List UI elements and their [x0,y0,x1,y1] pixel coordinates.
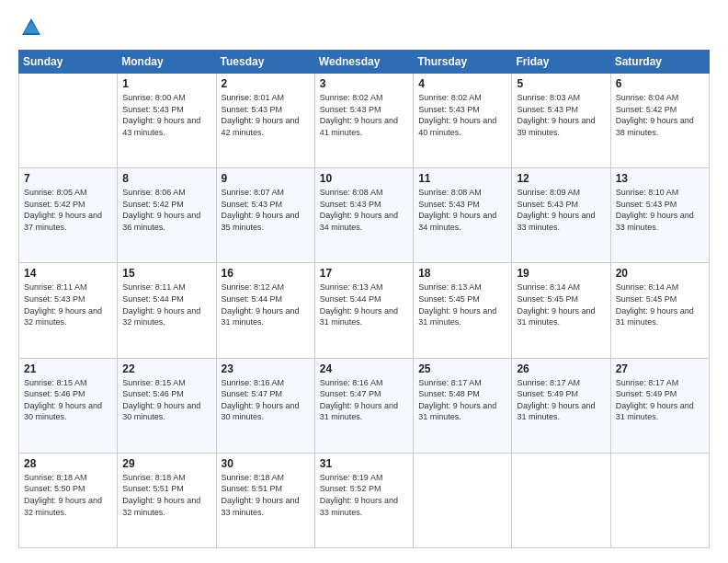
day-number: 8 [122,172,210,185]
day-number: 16 [222,267,310,280]
calendar-cell [414,453,512,547]
cell-info: Sunrise: 8:16 AMSunset: 5:47 PMDaylight:… [222,377,310,423]
day-number: 24 [320,362,408,375]
cell-info: Sunrise: 8:06 AMSunset: 5:42 PMDaylight:… [122,187,210,233]
day-number: 28 [24,457,112,470]
weekday-thursday: Thursday [414,51,512,74]
day-number: 13 [616,172,704,185]
calendar-cell: 18Sunrise: 8:13 AMSunset: 5:45 PMDayligh… [414,263,512,358]
day-number: 6 [616,77,704,90]
weekday-wednesday: Wednesday [314,51,413,74]
calendar-cell: 27Sunrise: 8:17 AMSunset: 5:49 PMDayligh… [610,358,709,453]
calendar-cell: 24Sunrise: 8:16 AMSunset: 5:47 PMDayligh… [314,358,413,453]
calendar-cell: 15Sunrise: 8:11 AMSunset: 5:44 PMDayligh… [118,263,216,358]
cell-info: Sunrise: 8:05 AMSunset: 5:42 PMDaylight:… [24,187,112,233]
day-number: 20 [616,267,704,280]
cell-info: Sunrise: 8:17 AMSunset: 5:48 PMDaylight:… [418,377,506,423]
day-number: 14 [24,267,112,280]
weekday-tuesday: Tuesday [216,51,314,74]
cell-info: Sunrise: 8:02 AMSunset: 5:43 PMDaylight:… [320,92,408,138]
calendar-cell: 9Sunrise: 8:07 AMSunset: 5:43 PMDaylight… [216,168,314,263]
day-number: 23 [222,362,310,375]
calendar-table: SundayMondayTuesdayWednesdayThursdayFrid… [18,50,710,548]
day-number: 10 [320,172,408,185]
day-number: 25 [418,362,506,375]
day-number: 18 [418,267,506,280]
cell-info: Sunrise: 8:18 AMSunset: 5:51 PMDaylight:… [122,472,210,518]
calendar-cell: 6Sunrise: 8:04 AMSunset: 5:42 PMDaylight… [610,74,709,168]
calendar-cell: 26Sunrise: 8:17 AMSunset: 5:49 PMDayligh… [512,358,610,453]
day-number: 2 [222,77,310,90]
weekday-friday: Friday [512,51,610,74]
calendar-cell: 13Sunrise: 8:10 AMSunset: 5:43 PMDayligh… [610,168,709,263]
week-row-2: 7Sunrise: 8:05 AMSunset: 5:42 PMDaylight… [19,168,710,263]
day-number: 26 [517,362,605,375]
logo-icon [18,15,44,40]
calendar-cell: 4Sunrise: 8:02 AMSunset: 5:43 PMDaylight… [414,74,512,168]
cell-info: Sunrise: 8:13 AMSunset: 5:45 PMDaylight:… [418,282,506,327]
week-row-3: 14Sunrise: 8:11 AMSunset: 5:43 PMDayligh… [19,263,710,358]
day-number: 19 [517,267,605,280]
day-number: 17 [320,267,408,280]
cell-info: Sunrise: 8:12 AMSunset: 5:44 PMDaylight:… [222,282,310,327]
weekday-header-row: SundayMondayTuesdayWednesdayThursdayFrid… [19,51,710,74]
cell-info: Sunrise: 8:18 AMSunset: 5:51 PMDaylight:… [222,472,310,518]
weekday-sunday: Sunday [19,51,118,74]
calendar-cell: 11Sunrise: 8:08 AMSunset: 5:43 PMDayligh… [414,168,512,263]
calendar-cell: 3Sunrise: 8:02 AMSunset: 5:43 PMDaylight… [314,74,413,168]
calendar-cell: 16Sunrise: 8:12 AMSunset: 5:44 PMDayligh… [216,263,314,358]
svg-marker-1 [24,22,39,33]
calendar-cell: 22Sunrise: 8:15 AMSunset: 5:46 PMDayligh… [118,358,216,453]
calendar-cell: 8Sunrise: 8:06 AMSunset: 5:42 PMDaylight… [118,168,216,263]
weekday-saturday: Saturday [610,51,709,74]
day-number: 5 [517,77,605,90]
day-number: 22 [122,362,210,375]
cell-info: Sunrise: 8:07 AMSunset: 5:43 PMDaylight:… [222,187,310,233]
cell-info: Sunrise: 8:14 AMSunset: 5:45 PMDaylight:… [616,282,704,327]
calendar-cell [512,453,610,547]
calendar-cell: 29Sunrise: 8:18 AMSunset: 5:51 PMDayligh… [118,453,216,547]
calendar-cell: 25Sunrise: 8:17 AMSunset: 5:48 PMDayligh… [414,358,512,453]
header [18,15,710,40]
cell-info: Sunrise: 8:04 AMSunset: 5:42 PMDaylight:… [616,92,704,138]
day-number: 27 [616,362,704,375]
day-number: 12 [517,172,605,185]
weekday-monday: Monday [118,51,216,74]
cell-info: Sunrise: 8:16 AMSunset: 5:47 PMDaylight:… [320,377,408,423]
day-number: 21 [24,362,112,375]
cell-info: Sunrise: 8:15 AMSunset: 5:46 PMDaylight:… [122,377,210,423]
calendar-cell: 2Sunrise: 8:01 AMSunset: 5:43 PMDaylight… [216,74,314,168]
cell-info: Sunrise: 8:14 AMSunset: 5:45 PMDaylight:… [517,282,605,327]
calendar-cell: 12Sunrise: 8:09 AMSunset: 5:43 PMDayligh… [512,168,610,263]
calendar-cell: 7Sunrise: 8:05 AMSunset: 5:42 PMDaylight… [19,168,118,263]
cell-info: Sunrise: 8:00 AMSunset: 5:43 PMDaylight:… [122,92,210,138]
cell-info: Sunrise: 8:11 AMSunset: 5:44 PMDaylight:… [122,282,210,327]
cell-info: Sunrise: 8:18 AMSunset: 5:50 PMDaylight:… [24,472,112,518]
week-row-4: 21Sunrise: 8:15 AMSunset: 5:46 PMDayligh… [19,358,710,453]
calendar-cell: 14Sunrise: 8:11 AMSunset: 5:43 PMDayligh… [19,263,118,358]
day-number: 15 [122,267,210,280]
week-row-1: 1Sunrise: 8:00 AMSunset: 5:43 PMDaylight… [19,74,710,168]
calendar-cell: 19Sunrise: 8:14 AMSunset: 5:45 PMDayligh… [512,263,610,358]
calendar-cell: 1Sunrise: 8:00 AMSunset: 5:43 PMDaylight… [118,74,216,168]
calendar-cell: 5Sunrise: 8:03 AMSunset: 5:43 PMDaylight… [512,74,610,168]
day-number: 7 [24,172,112,185]
cell-info: Sunrise: 8:17 AMSunset: 5:49 PMDaylight:… [517,377,605,423]
cell-info: Sunrise: 8:19 AMSunset: 5:52 PMDaylight:… [320,472,408,518]
cell-info: Sunrise: 8:15 AMSunset: 5:46 PMDaylight:… [24,377,112,423]
cell-info: Sunrise: 8:09 AMSunset: 5:43 PMDaylight:… [517,187,605,233]
cell-info: Sunrise: 8:08 AMSunset: 5:43 PMDaylight:… [418,187,506,233]
day-number: 31 [320,457,408,470]
calendar-cell: 21Sunrise: 8:15 AMSunset: 5:46 PMDayligh… [19,358,118,453]
logo [18,15,48,40]
day-number: 30 [222,457,310,470]
cell-info: Sunrise: 8:10 AMSunset: 5:43 PMDaylight:… [616,187,704,233]
cell-info: Sunrise: 8:08 AMSunset: 5:43 PMDaylight:… [320,187,408,233]
page: SundayMondayTuesdayWednesdayThursdayFrid… [0,0,728,563]
calendar-cell: 10Sunrise: 8:08 AMSunset: 5:43 PMDayligh… [314,168,413,263]
cell-info: Sunrise: 8:01 AMSunset: 5:43 PMDaylight:… [222,92,310,138]
day-number: 29 [122,457,210,470]
calendar-cell: 20Sunrise: 8:14 AMSunset: 5:45 PMDayligh… [610,263,709,358]
day-number: 3 [320,77,408,90]
calendar-cell: 28Sunrise: 8:18 AMSunset: 5:50 PMDayligh… [19,453,118,547]
